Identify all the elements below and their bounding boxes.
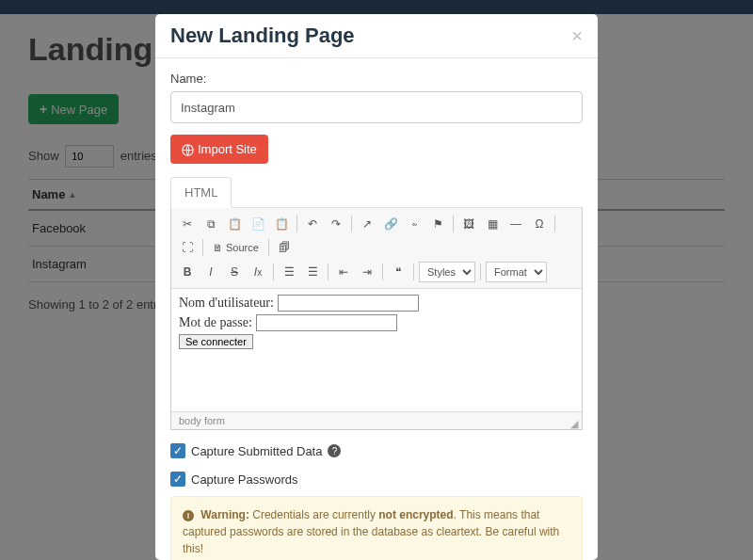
cut-icon[interactable]: ✂ — [177, 214, 198, 234]
remove-format-icon[interactable]: Ix — [248, 262, 268, 282]
undo-icon[interactable]: ↶ — [302, 214, 323, 234]
separator — [273, 264, 274, 280]
link-icon[interactable]: 🔗 — [380, 214, 401, 234]
separator — [268, 239, 269, 256]
password-input[interactable] — [256, 314, 397, 328]
editor: ✂ ⧉ 📋 📄 📋 ↶ ↷ ↗ 🔗 ⧜ ⚑ 🖼 — [170, 208, 583, 328]
bullet-list-icon[interactable]: ☰ — [302, 262, 323, 282]
password-label: Mot de passe: — [179, 315, 252, 328]
indent-icon[interactable]: ⇥ — [357, 262, 377, 282]
editor-tabs: HTML — [170, 177, 583, 208]
modal-title: New Landing Page — [170, 24, 355, 48]
globe-icon — [182, 142, 194, 156]
unlink-icon[interactable]: ⧜ — [404, 214, 425, 234]
source-button[interactable]: 🗎 Source — [208, 237, 264, 258]
modal-overlay: New Landing Page × Name: Import Site HTM… — [0, 14, 753, 328]
separator — [202, 239, 203, 256]
username-input[interactable] — [278, 295, 419, 312]
special-char-icon[interactable]: Ω — [529, 214, 550, 234]
modal-header: New Landing Page × — [155, 14, 598, 58]
redo-icon[interactable]: ↷ — [326, 214, 346, 234]
separator — [382, 264, 383, 280]
separator — [480, 264, 481, 280]
import-site-label: Import Site — [198, 142, 257, 156]
tab-html[interactable]: HTML — [170, 177, 232, 208]
paste-text-icon[interactable]: 📄 — [248, 214, 268, 234]
link-arrow-icon[interactable]: ↗ — [357, 214, 377, 234]
anchor-icon[interactable]: ⚑ — [427, 214, 448, 234]
name-input[interactable] — [170, 91, 583, 123]
separator — [554, 216, 555, 232]
format-select[interactable]: Format — [486, 262, 547, 282]
import-site-button[interactable]: Import Site — [170, 135, 268, 164]
editor-content[interactable]: Nom d'utilisateur: Mot de passe: Se conn… — [171, 289, 582, 328]
source-doc-icon: 🗎 — [213, 242, 223, 253]
italic-icon[interactable]: I — [200, 262, 221, 282]
username-label: Nom d'utilisateur: — [179, 296, 274, 311]
copy-icon[interactable]: ⧉ — [200, 214, 221, 234]
paste-icon[interactable]: 📋 — [224, 214, 245, 234]
separator — [351, 216, 352, 232]
styles-select[interactable]: Styles — [419, 262, 475, 282]
strike-icon[interactable]: S — [224, 262, 245, 282]
separator — [296, 216, 297, 232]
outdent-icon[interactable]: ⇤ — [333, 262, 354, 282]
close-icon[interactable]: × — [571, 26, 583, 45]
image-icon[interactable]: 🖼 — [458, 214, 479, 234]
name-label: Name: — [170, 72, 583, 86]
hr-icon[interactable]: ― — [505, 214, 526, 234]
maximize-icon[interactable]: ⛶ — [177, 237, 198, 258]
separator — [413, 264, 414, 280]
top-bar — [0, 0, 753, 14]
templates-icon[interactable]: 🗐 — [274, 237, 295, 258]
separator — [328, 264, 328, 280]
numbered-list-icon[interactable]: ☰ — [279, 262, 299, 282]
source-label: Source — [226, 242, 259, 253]
separator — [453, 216, 454, 232]
blockquote-icon[interactable]: ❝ — [388, 262, 409, 282]
modal: New Landing Page × Name: Import Site HTM… — [155, 14, 598, 328]
table-icon[interactable]: ▦ — [482, 214, 503, 234]
bold-icon[interactable]: B — [177, 262, 198, 282]
modal-body: Name: Import Site HTML ✂ ⧉ � — [155, 58, 598, 328]
paste-word-icon[interactable]: 📋 — [271, 214, 292, 234]
editor-toolbar: ✂ ⧉ 📋 📄 📋 ↶ ↷ ↗ 🔗 ⧜ ⚑ 🖼 — [171, 208, 582, 289]
